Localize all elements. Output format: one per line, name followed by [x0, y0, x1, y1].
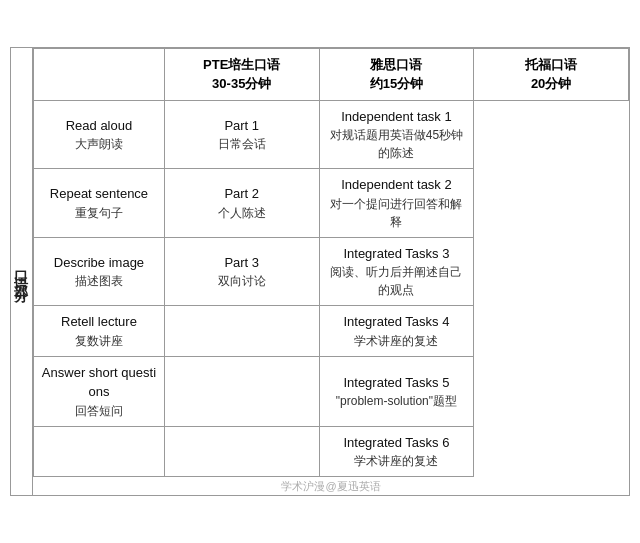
cell-toefl-main-5: Integrated Tasks 6 — [326, 433, 468, 453]
cell-pte-main-2: Describe image — [40, 253, 158, 273]
cell-pte-2: Describe image描述图表 — [34, 237, 165, 306]
cell-pte-main-0: Read aloud — [40, 116, 158, 136]
cell-ielts-0: Part 1日常会话 — [164, 100, 319, 169]
cell-toefl-1: Independent task 2对一个提问进行回答和解释 — [319, 169, 474, 238]
cell-toefl-main-2: Integrated Tasks 3 — [326, 244, 468, 264]
table-row: Describe image描述图表Part 3双向讨论Integrated T… — [34, 237, 629, 306]
cell-toefl-sub-2: 阅读、听力后并阐述自己的观点 — [326, 263, 468, 299]
side-label: 口语部分 — [11, 48, 33, 496]
header-col3-line2: 约15分钟 — [326, 74, 468, 94]
comparison-table: PTE培生口语 30-35分钟 雅思口语 约15分钟 托福口语 20分钟 Rea… — [33, 48, 629, 478]
table-body: Read aloud大声朗读Part 1日常会话Independent task… — [34, 100, 629, 477]
table-row: Repeat sentence重复句子Part 2个人陈述Independent… — [34, 169, 629, 238]
cell-toefl-main-0: Independent task 1 — [326, 107, 468, 127]
main-container: 口语部分 PTE培生口语 30-35分钟 雅思口语 约15分钟 托福口语 — [10, 47, 630, 497]
cell-toefl-sub-5: 学术讲座的复述 — [326, 452, 468, 470]
header-col2: PTE培生口语 30-35分钟 — [164, 48, 319, 100]
cell-ielts-main-2: Part 3 — [171, 253, 313, 273]
cell-pte-5 — [34, 426, 165, 477]
cell-ielts-2: Part 3双向讨论 — [164, 237, 319, 306]
cell-pte-sub-0: 大声朗读 — [40, 135, 158, 153]
cell-toefl-main-4: Integrated Tasks 5 — [326, 373, 468, 393]
side-label-text: 口语部分 — [13, 260, 31, 284]
table-wrap: PTE培生口语 30-35分钟 雅思口语 约15分钟 托福口语 20分钟 Rea… — [33, 48, 629, 496]
table-row: Read aloud大声朗读Part 1日常会话Independent task… — [34, 100, 629, 169]
cell-pte-sub-3: 复数讲座 — [40, 332, 158, 350]
header-col3: 雅思口语 约15分钟 — [319, 48, 474, 100]
header-col4: 托福口语 20分钟 — [474, 48, 629, 100]
cell-ielts-1: Part 2个人陈述 — [164, 169, 319, 238]
cell-toefl-0: Independent task 1对规话题用英语做45秒钟的陈述 — [319, 100, 474, 169]
cell-pte-main-3: Retell lecture — [40, 312, 158, 332]
cell-toefl-main-1: Independent task 2 — [326, 175, 468, 195]
cell-pte-sub-4: 回答短问 — [40, 402, 158, 420]
table-row: Answer short questions回答短问Integrated Tas… — [34, 356, 629, 426]
header-col4-line1: 托福口语 — [480, 55, 622, 75]
cell-pte-sub-2: 描述图表 — [40, 272, 158, 290]
header-col4-line2: 20分钟 — [480, 74, 622, 94]
cell-pte-main-1: Repeat sentence — [40, 184, 158, 204]
cell-toefl-2: Integrated Tasks 3阅读、听力后并阐述自己的观点 — [319, 237, 474, 306]
cell-pte-1: Repeat sentence重复句子 — [34, 169, 165, 238]
cell-pte-0: Read aloud大声朗读 — [34, 100, 165, 169]
cell-ielts-sub-1: 个人陈述 — [171, 204, 313, 222]
cell-toefl-5: Integrated Tasks 6学术讲座的复述 — [319, 426, 474, 477]
cell-pte-sub-1: 重复句子 — [40, 204, 158, 222]
cell-toefl-3: Integrated Tasks 4学术讲座的复述 — [319, 306, 474, 357]
header-col3-line1: 雅思口语 — [326, 55, 468, 75]
cell-ielts-sub-2: 双向讨论 — [171, 272, 313, 290]
watermark: 学术沪漫@夏迅英语 — [33, 477, 629, 495]
cell-pte-main-4: Answer short questions — [40, 363, 158, 402]
cell-toefl-sub-0: 对规话题用英语做45秒钟的陈述 — [326, 126, 468, 162]
cell-toefl-main-3: Integrated Tasks 4 — [326, 312, 468, 332]
cell-toefl-sub-1: 对一个提问进行回答和解释 — [326, 195, 468, 231]
cell-toefl-4: Integrated Tasks 5"problem-solution"题型 — [319, 356, 474, 426]
cell-toefl-sub-4: "problem-solution"题型 — [326, 392, 468, 410]
cell-ielts-sub-0: 日常会话 — [171, 135, 313, 153]
table-row: Retell lecture复数讲座Integrated Tasks 4学术讲座… — [34, 306, 629, 357]
cell-pte-3: Retell lecture复数讲座 — [34, 306, 165, 357]
cell-ielts-3 — [164, 306, 319, 357]
header-col1 — [34, 48, 165, 100]
cell-ielts-main-0: Part 1 — [171, 116, 313, 136]
cell-ielts-5 — [164, 426, 319, 477]
header-col2-line2: 30-35分钟 — [171, 74, 313, 94]
table-row: Integrated Tasks 6学术讲座的复述 — [34, 426, 629, 477]
header-row: PTE培生口语 30-35分钟 雅思口语 约15分钟 托福口语 20分钟 — [34, 48, 629, 100]
cell-ielts-4 — [164, 356, 319, 426]
cell-toefl-sub-3: 学术讲座的复述 — [326, 332, 468, 350]
cell-pte-4: Answer short questions回答短问 — [34, 356, 165, 426]
header-col2-line1: PTE培生口语 — [171, 55, 313, 75]
cell-ielts-main-1: Part 2 — [171, 184, 313, 204]
